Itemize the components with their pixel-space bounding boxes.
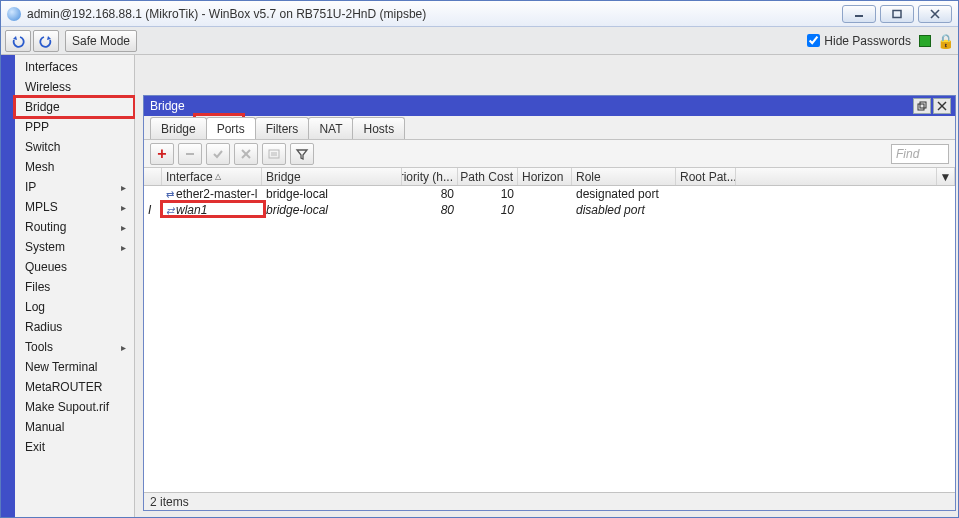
comment-button[interactable] (262, 143, 286, 165)
col-path-cost[interactable]: Path Cost (458, 168, 518, 185)
submenu-arrow-icon: ▸ (121, 342, 126, 353)
bridge-window: Bridge BridgePortsFiltersNATHosts + (143, 95, 956, 511)
col-menu-button[interactable]: ▼ (937, 168, 955, 185)
menu-item-label: Queues (25, 260, 67, 274)
menu-item-wireless[interactable]: Wireless (15, 77, 134, 97)
menu-item-log[interactable]: Log (15, 297, 134, 317)
add-button[interactable]: + (150, 143, 174, 165)
tab-hosts[interactable]: Hosts (352, 117, 405, 139)
grid-body: ⇄ether2-master-lbridge-local8010designat… (144, 186, 955, 492)
menu-item-label: Files (25, 280, 50, 294)
menu-item-mpls[interactable]: MPLS▸ (15, 197, 134, 217)
hide-passwords-label: Hide Passwords (824, 34, 911, 48)
cell: bridge-local (262, 187, 402, 201)
cell: 10 (458, 203, 518, 217)
submenu-arrow-icon: ▸ (121, 182, 126, 193)
menu-item-label: Tools (25, 340, 53, 354)
tab-filters[interactable]: Filters (255, 117, 310, 139)
grid-status: 2 items (144, 492, 955, 510)
col-horizon[interactable]: Horizon (518, 168, 572, 185)
col-priority[interactable]: Priority (h... (402, 168, 458, 185)
svg-rect-4 (918, 104, 924, 110)
cell: 10 (458, 187, 518, 201)
menu-item-queues[interactable]: Queues (15, 257, 134, 277)
filter-button[interactable] (290, 143, 314, 165)
menu-item-manual[interactable]: Manual (15, 417, 134, 437)
interface-icon: ⇄ (166, 205, 174, 216)
menu-item-radius[interactable]: Radius (15, 317, 134, 337)
menu-item-label: Make Supout.rif (25, 400, 109, 414)
menu-item-label: Log (25, 300, 45, 314)
enable-button[interactable] (206, 143, 230, 165)
menu-item-new-terminal[interactable]: New Terminal (15, 357, 134, 377)
menu-item-label: Mesh (25, 160, 54, 174)
maximize-button[interactable] (880, 5, 914, 23)
hide-passwords-toggle[interactable]: Hide Passwords (807, 34, 911, 48)
svg-rect-1 (893, 10, 901, 17)
submenu-arrow-icon: ▸ (121, 222, 126, 233)
menu-item-ppp[interactable]: PPP (15, 117, 134, 137)
menu-item-label: Exit (25, 440, 45, 454)
cell: disabled port (572, 203, 676, 217)
svg-rect-5 (920, 102, 926, 108)
tab-bridge[interactable]: Bridge (150, 117, 207, 139)
menu-item-system[interactable]: System▸ (15, 237, 134, 257)
traffic-indicator-icon (919, 35, 931, 47)
bridge-ports-toolbar: + Fi (144, 140, 955, 168)
cell: I (144, 203, 162, 217)
table-row[interactable]: ⇄ether2-master-lbridge-local8010designat… (144, 186, 955, 202)
menu-item-label: New Terminal (25, 360, 97, 374)
menu-item-routing[interactable]: Routing▸ (15, 217, 134, 237)
inner-titlebar[interactable]: Bridge (144, 96, 955, 116)
submenu-arrow-icon: ▸ (121, 202, 126, 213)
safe-mode-button[interactable]: Safe Mode (65, 30, 137, 52)
menu-item-mesh[interactable]: Mesh (15, 157, 134, 177)
workspace: Bridge BridgePortsFiltersNATHosts + (135, 55, 958, 517)
menu-item-label: PPP (25, 120, 49, 134)
menu-item-label: Bridge (25, 100, 60, 114)
hide-passwords-checkbox[interactable] (807, 34, 820, 47)
menu-item-switch[interactable]: Switch (15, 137, 134, 157)
col-flags[interactable] (144, 168, 162, 185)
menu-item-label: Routing (25, 220, 66, 234)
interface-icon: ⇄ (166, 189, 174, 200)
menu-item-interfaces[interactable]: Interfaces (15, 57, 134, 77)
cell: ⇄ether2-master-l (162, 187, 262, 201)
col-interface[interactable]: Interface△ (162, 168, 262, 185)
cell: 80 (402, 187, 458, 201)
minimize-button[interactable] (842, 5, 876, 23)
inner-close-button[interactable] (933, 98, 951, 114)
svg-rect-11 (269, 150, 279, 158)
menu-item-ip[interactable]: IP▸ (15, 177, 134, 197)
menu-item-exit[interactable]: Exit (15, 437, 134, 457)
close-button[interactable] (918, 5, 952, 23)
table-row[interactable]: I⇄wlan1bridge-local8010disabled port (144, 202, 955, 218)
menu-item-make-supout-rif[interactable]: Make Supout.rif (15, 397, 134, 417)
menu-item-label: Switch (25, 140, 60, 154)
menu-item-bridge[interactable]: Bridge (15, 97, 134, 117)
disable-button[interactable] (234, 143, 258, 165)
main-menu: InterfacesWirelessBridgePPPSwitchMeshIP▸… (15, 55, 135, 517)
remove-button[interactable] (178, 143, 202, 165)
tab-nat[interactable]: NAT (308, 117, 353, 139)
grid-header: Interface△ Bridge Priority (h... Path Co… (144, 168, 955, 186)
cell: ⇄wlan1 (162, 203, 262, 217)
titlebar: admin@192.168.88.1 (MikroTik) - WinBox v… (1, 1, 958, 27)
inner-title-text: Bridge (148, 99, 911, 113)
find-input[interactable]: Find (891, 144, 949, 164)
menu-item-files[interactable]: Files (15, 277, 134, 297)
undo-button[interactable] (5, 30, 31, 52)
inner-restore-button[interactable] (913, 98, 931, 114)
menu-item-metarouter[interactable]: MetaROUTER (15, 377, 134, 397)
col-role[interactable]: Role (572, 168, 676, 185)
menu-item-tools[interactable]: Tools▸ (15, 337, 134, 357)
menu-item-label: MPLS (25, 200, 58, 214)
cell: bridge-local (262, 203, 402, 217)
col-bridge[interactable]: Bridge (262, 168, 402, 185)
col-root-path[interactable]: Root Pat... (676, 168, 736, 185)
menu-item-label: System (25, 240, 65, 254)
redo-button[interactable] (33, 30, 59, 52)
menu-item-label: Radius (25, 320, 62, 334)
menu-item-label: Interfaces (25, 60, 78, 74)
tab-ports[interactable]: Ports (206, 117, 256, 139)
